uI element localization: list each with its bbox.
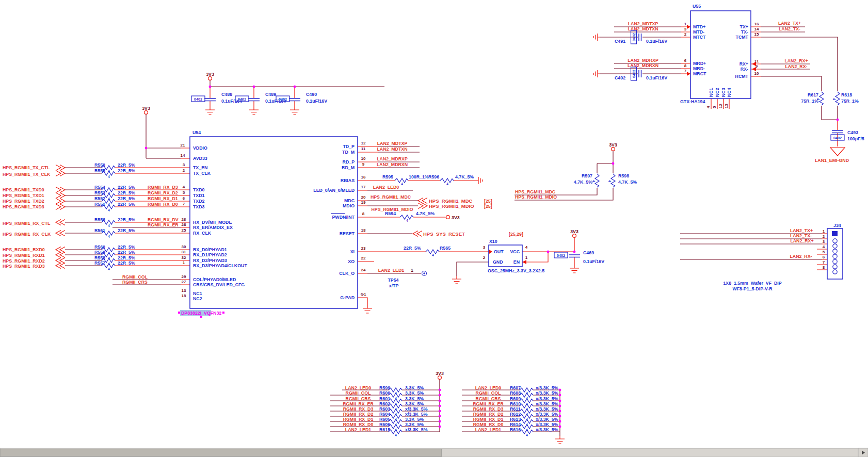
net-label[interactable]: HPS_RGMII1_RXD1 [3,253,45,258]
refdes[interactable]: R597 [582,173,592,178]
refdes[interactable]: R565 [440,246,451,251]
refdes[interactable]: R615 [379,427,390,432]
value[interactable]: 3.3K_5% [405,417,424,422]
refdes[interactable]: R608 [510,390,521,396]
value[interactable]: 0.1uF/16V [265,99,286,104]
net-label[interactable]: LAN2_MDTXP [628,21,658,26]
value[interactable]: 22R_5% [118,244,135,250]
value[interactable]: 22R_5% [118,250,135,255]
value[interactable]: 22R_5% [118,202,135,207]
refdes[interactable]: R557 [94,260,105,266]
net-label[interactable]: LAN2_MDTXN [377,146,407,152]
net-label[interactable]: RGMII_RX_D0 [343,422,374,427]
refdes[interactable]: R561 [94,228,105,233]
net-label[interactable]: HPS_RGMII1_TXD3 [3,204,44,209]
refdes[interactable]: C493 [847,130,858,135]
net-label[interactable]: RGMII_CRS [122,280,148,285]
component-u55[interactable]: U55 GTX-HA194 MTD+ MTD- MTCT MRD+ MRD- M… [680,4,759,108]
refdes[interactable]: C488 [221,92,232,97]
value[interactable]: 3.3K_5% [405,396,424,401]
testpoint-icon[interactable] [422,271,427,276]
refdes[interactable]: R616 [510,427,521,432]
capacitor-icon[interactable] [832,130,843,133]
net-label[interactable]: LAN2_RX+ [790,238,813,243]
value[interactable]: 75R_1% [841,99,859,104]
refdes[interactable]: R552 [94,196,105,201]
value[interactable]: 22R_5% [404,246,421,251]
net-label[interactable]: LAN2_LED0 [373,185,399,190]
net-label[interactable]: RGMII_COL [346,390,371,396]
net-label[interactable]: HPS_RGMII1_TXD0 [3,187,44,192]
mdio-pullups[interactable]: 3V3 R597 4.7K_5% R598 4.7K_5% HPS_RGMII1… [515,142,637,200]
value[interactable]: x/3.3K_5% [536,427,558,432]
capacitor-icon[interactable] [204,99,216,101]
value[interactable]: 4.7K_5% [455,174,474,179]
value[interactable]: 3.3K_5% [405,422,424,427]
value[interactable]: 22R_5% [118,185,135,190]
value[interactable]: 0.1uF/16V [646,75,667,80]
value[interactable]: 75R_1% [801,99,818,104]
part-value[interactable]: OSC_25MHz_3.3V_3.2X2.5 [488,268,544,273]
refdes[interactable]: J34 [833,223,841,228]
refdes[interactable]: R600 [379,390,390,396]
net-label[interactable]: RGMII_RX_ER [473,401,504,406]
net-label[interactable]: RGMII_RX_D2 [148,190,178,195]
net-label[interactable]: LAN2_MDRXN [377,162,408,167]
refdes[interactable]: R598 [618,173,629,178]
net-label[interactable]: LAN2_LED1 [378,268,404,273]
value[interactable]: x/3.3K_5% [536,412,558,417]
refdes[interactable]: R560 [94,244,105,250]
part-value-selected[interactable]: DP83822I_VQFN32 [178,310,224,318]
net-label[interactable]: LAN2_MDTXP [377,141,408,146]
refdes[interactable]: C489 [265,92,276,97]
net-label[interactable]: HPS_RGMII1_RXD0 [3,247,45,252]
refdes[interactable]: R553 [94,190,105,195]
refdes[interactable]: C491 [615,39,625,44]
net-label[interactable]: RGMII_RX_D2 [343,412,374,417]
net-label[interactable]: RGMII_RX_D1 [473,417,504,422]
net-label[interactable]: RGMII_RX_DV [148,217,179,222]
value[interactable]: 3.3K_5% [405,385,424,390]
net-label[interactable]: RGMII_RX_D2 [473,412,504,417]
refdes[interactable]: R607 [510,385,521,390]
refdes[interactable]: R605 [379,417,390,422]
net-label[interactable]: RGMII_RX_D1 [343,417,374,422]
refdes[interactable]: C469 [583,250,594,255]
capacitor-icon[interactable] [569,255,580,257]
strap-array-pullup[interactable]: 3V3 LAN2_LED0 RGMII_COL RGMII_CRS RGMII_… [343,371,444,437]
horizontal-scrollbar[interactable] [0,448,868,457]
part-value[interactable]: DP83822I_VQFN32 [181,311,221,316]
net-label[interactable]: RGMII_CRS [346,396,371,401]
net-label[interactable]: RGMII_COL [476,390,501,396]
net-label[interactable]: HPS_RGMII1_TXD2 [3,199,44,204]
value[interactable]: 0.1uF/16V [306,99,327,104]
value[interactable]: 22R_5% [118,168,135,173]
offpage-net-label[interactable]: HPS_SYS_RESET [423,231,465,237]
value[interactable]: 3.3K_5% [405,390,424,396]
net-label[interactable]: RGMII_RX_D0 [148,202,178,207]
net-label[interactable]: LAN2_LED1 [345,427,371,432]
value[interactable]: 22R_5% [118,190,135,195]
refdes[interactable]: U55 [693,4,701,9]
refdes[interactable]: R601 [379,396,390,401]
refdes[interactable]: R555 [94,168,105,173]
component-u54[interactable]: U54 VDDIO AVD33 TX_EN TX_CLK TXD0 TXD1 T… [178,130,372,318]
refdes[interactable]: TP54 [388,278,398,283]
net-label[interactable]: HPS_RGMII1_RXD2 [3,258,45,264]
net-label[interactable]: LAN2_RX- [785,64,807,69]
net-label[interactable]: LAN2_TX+ [778,21,801,26]
u54-left-signals[interactable]: HPS_RGMII1_TX_CTL HPS_RGMII1_TX_CLK HPS_… [3,162,179,285]
value[interactable]: 4.7K_5% [416,211,435,216]
net-label[interactable]: HPS_RGMII1_RX_CTL [3,221,51,226]
net-label[interactable]: RGMII_RX_ER [148,222,179,227]
value[interactable]: 0.1uF/16V [221,99,243,104]
refdes[interactable]: R558 [94,255,105,260]
refdes[interactable]: R556 [94,217,105,222]
refdes[interactable]: C492 [615,75,625,80]
net-label[interactable]: RGMII_RX_D3 [473,406,504,412]
net-label[interactable]: RGMII_RX_D0 [473,422,504,427]
component-j34[interactable]: J34 1 2 3 4 5 6 7 8 LAN2_TX+ LAN2_TX- LA… [723,223,843,291]
refdes[interactable]: R604 [379,412,390,417]
u54-right-signals[interactable]: LAN2_MDTXP LAN2_MDTXN LAN2_MDRXP LAN2_MD… [371,141,523,288]
capacitor-icon[interactable] [639,70,641,77]
